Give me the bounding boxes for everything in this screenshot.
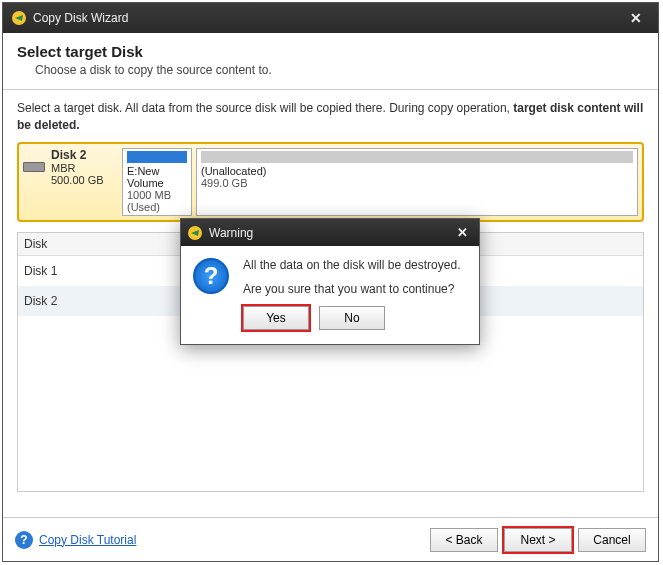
row-disk-name: Disk 1 — [18, 256, 168, 286]
titlebar: Copy Disk Wizard ✕ — [3, 3, 658, 33]
col-disk[interactable]: Disk — [18, 233, 168, 255]
partition-1[interactable]: E:New Volume 1000 MB (Used) — [122, 148, 192, 216]
partition-2-size: 499.0 GB — [201, 177, 633, 189]
back-button[interactable]: < Back — [430, 528, 498, 552]
dialog-line1: All the data on the disk will be destroy… — [243, 258, 460, 272]
partition-2[interactable]: (Unallocated) 499.0 GB — [196, 148, 638, 216]
dialog-body: ? All the data on the disk will be destr… — [181, 246, 479, 344]
window-close-button[interactable]: ✕ — [622, 7, 650, 29]
no-button[interactable]: No — [319, 306, 385, 330]
partition-1-bar — [127, 151, 187, 163]
disk-mode: MBR — [51, 162, 118, 174]
app-icon — [11, 10, 27, 26]
disk-name: Disk 2 — [51, 148, 118, 162]
window-title: Copy Disk Wizard — [33, 11, 622, 25]
question-icon: ? — [193, 258, 229, 294]
partition-1-label: E:New Volume — [127, 165, 187, 189]
dialog-line2: Are you sure that you want to continue? — [243, 282, 460, 296]
dialog-close-button[interactable]: ✕ — [451, 224, 473, 242]
next-button[interactable]: Next > — [504, 528, 572, 552]
warning-icon — [187, 225, 203, 241]
selected-disk-panel[interactable]: Disk 2 MBR 500.00 GB E:New Volume 1000 M… — [17, 142, 644, 222]
footer: ? Copy Disk Tutorial < Back Next > Cance… — [3, 517, 658, 561]
instruction-text-a: Select a target disk. All data from the … — [17, 101, 513, 115]
header-panel: Select target Disk Choose a disk to copy… — [3, 33, 658, 90]
cancel-button[interactable]: Cancel — [578, 528, 646, 552]
page-subtitle: Choose a disk to copy the source content… — [17, 63, 644, 77]
dialog-title: Warning — [209, 226, 451, 240]
disk-info: Disk 2 MBR 500.00 GB — [23, 148, 118, 216]
help-link[interactable]: Copy Disk Tutorial — [39, 533, 136, 547]
partition-2-bar — [201, 151, 633, 163]
page-title: Select target Disk — [17, 43, 644, 60]
disk-icon — [23, 162, 45, 172]
row-disk-name: Disk 2 — [18, 286, 168, 316]
partition-1-size: 1000 MB (Used) — [127, 189, 187, 213]
dialog-text: All the data on the disk will be destroy… — [243, 258, 460, 330]
instruction-text: Select a target disk. All data from the … — [17, 100, 644, 134]
warning-dialog: Warning ✕ ? All the data on the disk wil… — [180, 218, 480, 345]
disk-size: 500.00 GB — [51, 174, 118, 186]
yes-button[interactable]: Yes — [243, 306, 309, 330]
partition-2-label: (Unallocated) — [201, 165, 633, 177]
dialog-titlebar: Warning ✕ — [181, 219, 479, 246]
help-icon[interactable]: ? — [15, 531, 33, 549]
